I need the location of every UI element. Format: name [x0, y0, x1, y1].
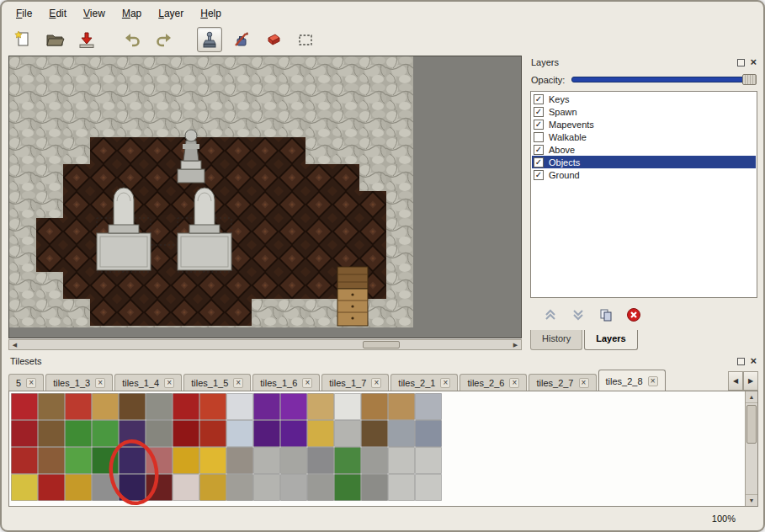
menu-view[interactable]: View	[76, 6, 113, 21]
float-panel-icon[interactable]	[737, 358, 745, 365]
delete-layer-button[interactable]	[624, 306, 644, 324]
float-panel-icon[interactable]	[737, 59, 745, 66]
close-panel-icon[interactable]: ×	[750, 58, 757, 66]
tileset-tab-tiles_1_3[interactable]: tiles_1_3 ×	[45, 374, 113, 391]
redo-icon	[154, 29, 174, 50]
chevron-up-icon	[544, 309, 557, 321]
map-canvas[interactable]	[8, 56, 522, 338]
scroll-down-icon[interactable]: ▼	[746, 494, 757, 506]
tab-history[interactable]: History	[530, 330, 582, 350]
cabinet-sprite	[337, 267, 368, 326]
close-panel-icon[interactable]: ×	[750, 357, 757, 365]
menu-map[interactable]: Map	[114, 6, 149, 21]
tileset-tab-tiles_1_5[interactable]: tiles_1_5 ×	[183, 374, 251, 391]
undo-button[interactable]	[120, 27, 145, 52]
layer-row-keys[interactable]: ✓ Keys	[532, 93, 756, 105]
move-layer-down-button[interactable]	[568, 306, 588, 324]
dock-tab-bar: History Layers	[530, 330, 638, 350]
new-file-icon	[13, 29, 33, 50]
layer-checkbox[interactable]: ✓	[534, 107, 544, 117]
fill-tool-button[interactable]	[229, 27, 254, 52]
tileset-image[interactable]	[11, 393, 449, 504]
layer-checkbox[interactable]: ✓	[534, 170, 544, 180]
menu-help[interactable]: Help	[193, 6, 229, 21]
tab-close-icon[interactable]: ×	[648, 376, 658, 386]
tab-close-icon[interactable]: ×	[509, 378, 519, 388]
opacity-row: Opacity:	[531, 73, 757, 86]
opacity-slider[interactable]	[571, 74, 757, 85]
menu-edit[interactable]: Edit	[41, 6, 74, 21]
stamp-icon	[199, 29, 220, 50]
scrollbar-thumb[interactable]	[746, 405, 757, 444]
tileset-tab-tiles_2_6[interactable]: tiles_2_6 ×	[460, 374, 527, 391]
scroll-up-icon[interactable]: ▲	[746, 391, 757, 403]
tileset-tab-tiles_2_8[interactable]: tiles_2_8 ×	[598, 370, 666, 391]
layer-label: Mapevents	[549, 120, 594, 130]
new-file-button[interactable]	[10, 27, 35, 52]
layers-panel: Layers × Opacity: ✓ Keys ✓ Spawn ✓ Mapev…	[527, 56, 761, 350]
tileset-tab-5[interactable]: 5 ×	[8, 374, 44, 391]
tab-close-icon[interactable]: ×	[164, 378, 174, 388]
layer-row-objects[interactable]: ✓ Objects	[532, 156, 756, 168]
slider-track[interactable]	[571, 77, 755, 82]
menu-layer[interactable]: Layer	[151, 6, 191, 21]
undo-icon	[122, 29, 142, 50]
duplicate-layer-button[interactable]	[596, 306, 616, 324]
layer-list: ✓ Keys ✓ Spawn ✓ Mapevents Walkable ✓ Ab…	[530, 91, 757, 298]
tileset-tab-tiles_1_7[interactable]: tiles_1_7 ×	[321, 374, 389, 391]
tab-close-icon[interactable]: ×	[26, 378, 36, 388]
tab-layers[interactable]: Layers	[584, 330, 637, 350]
stamp-tool-button[interactable]	[197, 27, 222, 52]
layer-checkbox[interactable]	[534, 132, 544, 142]
layer-checkbox[interactable]: ✓	[534, 157, 544, 168]
menu-file[interactable]: File	[8, 6, 40, 21]
tileset-tab-tiles_2_7[interactable]: tiles_2_7 ×	[529, 374, 596, 391]
tab-close-icon[interactable]: ×	[371, 378, 381, 388]
tab-label: tiles_1_3	[53, 378, 90, 388]
map-image	[9, 56, 521, 338]
scroll-left-icon[interactable]: ◀	[9, 340, 20, 349]
tileset-v-scrollbar[interactable]: ▲ ▼	[745, 391, 757, 506]
open-file-button[interactable]	[42, 27, 67, 52]
tileset-tab-tiles_2_1[interactable]: tiles_2_1 ×	[390, 374, 458, 391]
layers-panel-title: Layers	[531, 57, 737, 67]
map-h-scrollbar[interactable]: ◀ ▶	[8, 339, 522, 350]
selection-rect-icon	[295, 29, 316, 50]
tab-close-icon[interactable]: ×	[95, 378, 105, 388]
tab-close-icon[interactable]: ×	[302, 378, 312, 388]
tab-label: tiles_2_8	[606, 376, 643, 386]
select-tool-button[interactable]	[293, 27, 318, 52]
tilesets-dock-header: Tilesets ×	[6, 354, 761, 368]
chevron-down-icon	[571, 309, 585, 321]
redo-button[interactable]	[151, 27, 177, 52]
layer-checkbox[interactable]: ✓	[534, 120, 544, 130]
tileset-grid[interactable]	[12, 394, 442, 501]
tab-close-icon[interactable]: ×	[440, 378, 450, 388]
tab-close-icon[interactable]: ×	[233, 378, 243, 388]
layer-checkbox[interactable]: ✓	[534, 94, 544, 104]
tab-label: tiles_1_4	[122, 378, 159, 388]
tileset-tab-tiles_1_6[interactable]: tiles_1_6 ×	[252, 374, 320, 391]
tilesets-panel: Tilesets × 5 × tiles_1_3 × tiles_1_4 × t…	[6, 354, 761, 529]
layer-row-spawn[interactable]: ✓ Spawn	[532, 105, 756, 118]
tileset-tab-tiles_1_4[interactable]: tiles_1_4 ×	[114, 374, 182, 391]
copy-icon	[599, 308, 613, 322]
layer-checkbox[interactable]: ✓	[534, 145, 544, 155]
layer-row-mapevents[interactable]: ✓ Mapevents	[532, 118, 756, 130]
toolbar	[10, 24, 325, 55]
delete-icon	[626, 307, 641, 322]
slider-handle[interactable]	[742, 74, 757, 85]
layer-row-ground[interactable]: ✓ Ground	[532, 168, 756, 181]
layer-row-walkable[interactable]: Walkable	[532, 130, 756, 143]
save-button[interactable]	[74, 27, 99, 52]
layer-row-above[interactable]: ✓ Above	[532, 143, 756, 156]
tab-close-icon[interactable]: ×	[579, 378, 589, 388]
move-layer-up-button[interactable]	[540, 306, 560, 324]
tileset-view[interactable]: ▲ ▼	[8, 391, 758, 507]
tab-scroll-left-button[interactable]: ◀	[728, 371, 743, 391]
tab-scroll-right-button[interactable]: ▶	[743, 371, 758, 391]
eraser-tool-button[interactable]	[261, 27, 286, 52]
scrollbar-thumb[interactable]	[363, 341, 400, 348]
scroll-right-icon[interactable]: ▶	[510, 340, 521, 349]
tab-scroll-arrows: ◀ ▶	[728, 371, 758, 391]
